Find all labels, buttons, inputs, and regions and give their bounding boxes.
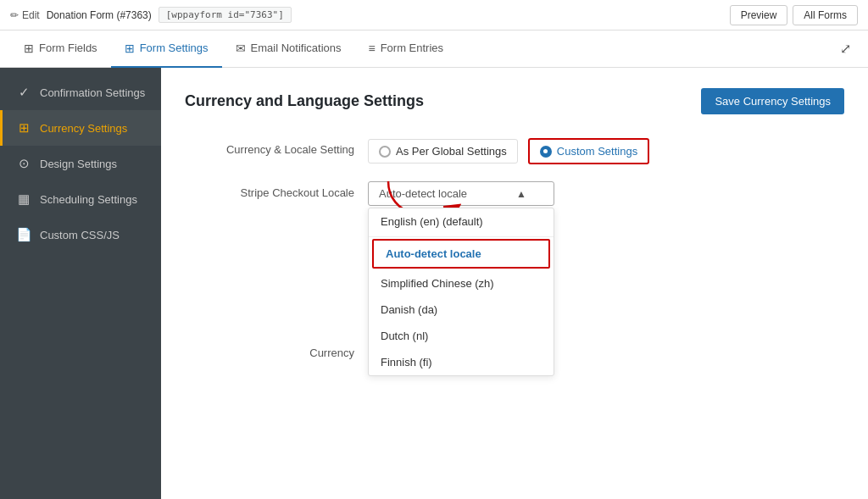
- preview-button[interactable]: Preview: [730, 5, 788, 25]
- sidebar-item-confirmation-settings[interactable]: ✓ Confirmation Settings: [0, 75, 161, 110]
- sidebar: ✓ Confirmation Settings ⊞ Currency Setti…: [0, 68, 161, 499]
- email-icon: ✉: [236, 42, 246, 55]
- form-title: Donation Form (#7363): [47, 9, 152, 21]
- radio-global-settings[interactable]: As Per Global Settings: [368, 139, 518, 164]
- sidebar-item-currency-settings[interactable]: ⊞ Currency Settings: [0, 110, 161, 146]
- locale-setting-row: Currency & Locale Setting As Per Global …: [185, 138, 844, 164]
- currency-label: Currency: [185, 341, 354, 359]
- locale-setting-control: As Per Global Settings Custom Settings: [368, 138, 649, 164]
- tab-form-entries-label: Form Entries: [381, 42, 443, 54]
- content-area: Currency and Language Settings Save Curr…: [161, 68, 868, 499]
- tab-email-notifications[interactable]: ✉ Email Notifications: [222, 30, 355, 68]
- sidebar-item-design-label: Design Settings: [40, 158, 117, 170]
- sidebar-item-css-js-label: Custom CSS/JS: [40, 229, 120, 241]
- page-title: Currency and Language Settings: [185, 92, 424, 110]
- locale-dropdown-wrapper: Auto-detect locale ▲ English (en) (defau…: [368, 181, 554, 206]
- css-js-icon: 📄: [16, 227, 31, 242]
- edit-label: Edit: [22, 9, 40, 21]
- main-layout: ✓ Confirmation Settings ⊞ Currency Setti…: [0, 68, 868, 499]
- sidebar-item-custom-css-js[interactable]: 📄 Custom CSS/JS: [0, 217, 161, 252]
- design-icon: ⊙: [16, 156, 31, 171]
- top-bar-left: ✏ Edit Donation Form (#7363) [wppayform …: [10, 7, 723, 23]
- stripe-locale-row: Stripe Checkout Locale Auto-detect local…: [185, 181, 844, 206]
- radio-custom-dot: [540, 146, 552, 158]
- form-fields-icon: ⊞: [24, 42, 34, 55]
- sidebar-item-scheduling-label: Scheduling Settings: [40, 193, 137, 206]
- tab-form-fields[interactable]: ⊞ Form Fields: [10, 30, 111, 68]
- tab-form-fields-label: Form Fields: [39, 42, 97, 54]
- save-currency-button[interactable]: Save Currency Settings: [701, 88, 844, 114]
- edit-button[interactable]: ✏ Edit: [10, 9, 40, 21]
- nav-tabs: ⊞ Form Fields ⊞ Form Settings ✉ Email No…: [0, 30, 868, 68]
- locale-dropdown[interactable]: Auto-detect locale ▲: [368, 181, 554, 206]
- dropdown-divider: [369, 236, 554, 237]
- content-header: Currency and Language Settings Save Curr…: [185, 88, 844, 114]
- tab-form-settings-label: Form Settings: [140, 42, 209, 54]
- expand-icon[interactable]: ⤢: [833, 37, 858, 60]
- entries-icon: ≡: [368, 42, 375, 55]
- scheduling-icon: ▦: [16, 191, 31, 207]
- radio-custom-label: Custom Settings: [557, 145, 637, 158]
- shortcode-badge[interactable]: [wppayform id="7363"]: [159, 7, 292, 23]
- dropdown-item-dutch[interactable]: Dutch (nl): [369, 323, 554, 349]
- dropdown-item-simplified-chinese[interactable]: Simplified Chinese (zh): [369, 270, 554, 297]
- sidebar-item-confirmation-label: Confirmation Settings: [40, 86, 145, 99]
- radio-custom-settings[interactable]: Custom Settings: [528, 138, 649, 164]
- tab-email-notifications-label: Email Notifications: [251, 42, 342, 54]
- dropdown-item-english[interactable]: English (en) (default): [369, 208, 554, 235]
- tab-form-settings[interactable]: ⊞ Form Settings: [111, 30, 222, 68]
- dropdown-item-finnish[interactable]: Finnish (fi): [369, 349, 554, 375]
- stripe-locale-label: Stripe Checkout Locale: [185, 181, 354, 199]
- locale-setting-label: Currency & Locale Setting: [185, 138, 354, 156]
- sidebar-item-scheduling-settings[interactable]: ▦ Scheduling Settings: [0, 181, 161, 217]
- chevron-up-icon: ▲: [516, 188, 526, 200]
- radio-global-dot: [379, 146, 391, 158]
- radio-global-label: As Per Global Settings: [396, 145, 507, 158]
- dropdown-item-danish[interactable]: Danish (da): [369, 297, 554, 323]
- locale-dropdown-menu: English (en) (default) Auto-detect local…: [368, 208, 554, 376]
- stripe-locale-control: Auto-detect locale ▲ English (en) (defau…: [368, 181, 554, 206]
- top-bar: ✏ Edit Donation Form (#7363) [wppayform …: [0, 0, 868, 30]
- confirmation-icon: ✓: [16, 85, 31, 100]
- currency-icon: ⊞: [16, 120, 31, 136]
- locale-dropdown-value: Auto-detect locale: [379, 187, 467, 200]
- sidebar-item-currency-label: Currency Settings: [40, 122, 127, 135]
- form-settings-icon: ⊞: [125, 42, 135, 55]
- pencil-icon: ✏: [10, 9, 19, 21]
- sidebar-item-design-settings[interactable]: ⊙ Design Settings: [0, 146, 161, 181]
- dropdown-item-auto-detect[interactable]: Auto-detect locale: [372, 239, 550, 269]
- top-bar-right: Preview All Forms: [730, 5, 858, 25]
- tab-form-entries[interactable]: ≡ Form Entries: [354, 30, 457, 68]
- all-forms-button[interactable]: All Forms: [793, 5, 858, 25]
